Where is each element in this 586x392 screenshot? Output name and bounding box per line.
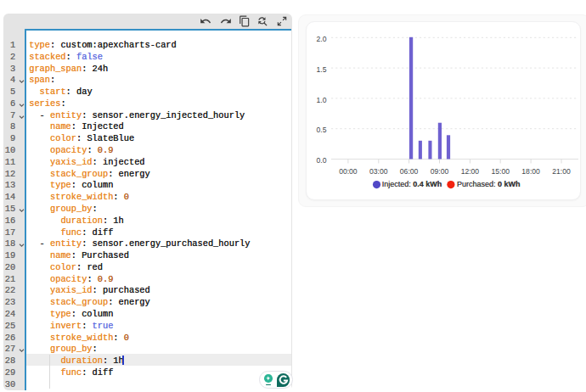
svg-text:0.0: 0.0	[317, 156, 327, 165]
svg-text:00:00: 00:00	[339, 167, 358, 176]
svg-text:0.5: 0.5	[317, 126, 327, 134]
svg-text:1.5: 1.5	[317, 65, 327, 74]
svg-text:1.0: 1.0	[317, 96, 327, 104]
svg-text:12:00: 12:00	[461, 167, 480, 176]
svg-text:21:00: 21:00	[552, 167, 571, 176]
svg-text:09:00: 09:00	[431, 167, 449, 176]
svg-text:06:00: 06:00	[400, 167, 419, 176]
svg-text:18:00: 18:00	[521, 167, 540, 176]
svg-text:15:00: 15:00	[491, 167, 510, 176]
svg-text:03:00: 03:00	[369, 167, 388, 176]
svg-text:Injected: 0.4 kWh: Injected: 0.4 kWh	[382, 180, 442, 188]
svg-text:Purchased: 0 kWh: Purchased: 0 kWh	[457, 180, 521, 188]
svg-text:2.0: 2.0	[317, 35, 327, 43]
